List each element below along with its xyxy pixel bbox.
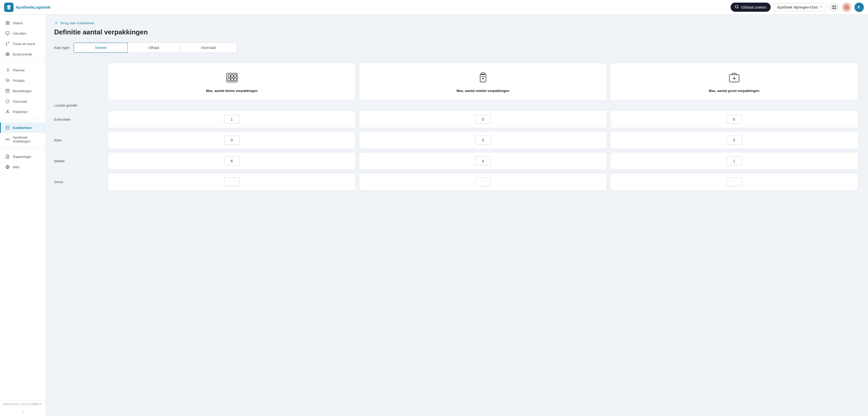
svg-rect-40: [234, 75, 236, 77]
sidebar-item-planner[interactable]: Planner: [0, 65, 45, 75]
sidebar-item-rapportage[interactable]: Rapportage: [0, 151, 45, 162]
kast-type-label: Kast type: [54, 46, 69, 50]
sidebar: Status Uitvullen Track en trace: [0, 14, 46, 416]
sidebar-item-bestellingen[interactable]: Bestellingen: [0, 86, 45, 96]
apps-button[interactable]: [830, 3, 839, 12]
sidebar-item-status[interactable]: Status: [0, 18, 45, 28]
packages-grid: Max. aantal kleine verpakkingen: [54, 61, 860, 192]
package-header-middel: Max. aantal middel verpakkingen: [359, 63, 607, 100]
list-icon: [5, 67, 10, 73]
sidebar-item-label: Rapportage: [13, 155, 31, 159]
input-groot-groot[interactable]: [726, 177, 742, 186]
tab-afhaal[interactable]: Afhaal: [128, 43, 180, 53]
svg-rect-10: [8, 23, 9, 25]
input-extra-klein-klein[interactable]: [224, 115, 240, 124]
groot-package-icon: [727, 70, 742, 86]
input-middel-groot[interactable]: [726, 156, 742, 166]
sidebar-item-label: Kastbeheer: [13, 126, 32, 130]
spacer-lg-3: [609, 102, 860, 109]
page-title: Definitie aantal verpakkingen: [54, 28, 860, 36]
middel-package-icon: [476, 70, 490, 86]
target-icon: [5, 52, 10, 57]
input-cell-klein-middel: [359, 131, 607, 149]
input-cell-klein-groot: [610, 131, 858, 149]
input-cell-middel-groot: [610, 152, 858, 170]
input-cell-groot-groot: [610, 173, 858, 191]
sidebar-item-picklijst[interactable]: Picklijst: [0, 75, 45, 86]
input-klein-middel[interactable]: [475, 136, 491, 145]
sidebar-item-label: Status: [13, 21, 23, 25]
sidebar-item-apotheek-instellingen[interactable]: Apotheek Instellingen: [0, 133, 45, 146]
global-search-button[interactable]: Globaal zoeken: [731, 3, 770, 12]
avatar-button[interactable]: F.: [855, 3, 864, 12]
monitor-icon: [5, 31, 10, 36]
svg-rect-43: [234, 78, 236, 81]
package-header-groot: Max. aantal groot verpakkingen: [610, 63, 858, 100]
sidebar-section-2: Planner Picklijst Bestellingen: [0, 64, 45, 118]
sidebar-section-4: Rapportage Wiki: [0, 150, 45, 173]
sidebar-item-label: Apotheek Instellingen: [13, 136, 41, 143]
sidebar-item-kastbeheer[interactable]: Kastbeheer: [0, 122, 45, 133]
input-cell-extra-klein-klein: [108, 111, 356, 128]
row-label-groot: Groot: [54, 171, 106, 192]
breadcrumb-label: Terug naar Kastbeheer: [60, 21, 94, 25]
sidebar-item-label: Eindcontrole: [13, 52, 32, 56]
topbar-left: ApotheekLogistiek: [4, 3, 51, 12]
kast-type-row: Kast type Sorteer Afhaal Voorraad: [54, 42, 860, 53]
sidebar-item-label: Voorraad: [13, 99, 27, 103]
svg-rect-8: [8, 21, 9, 23]
input-cell-middel-klein: [108, 152, 356, 170]
sidebar-item-wiki[interactable]: Wiki: [0, 162, 45, 172]
sidebar-collapse-button[interactable]: [0, 408, 45, 416]
sidebar-divider-3: [0, 148, 45, 149]
row-label-middel: Middel: [54, 151, 106, 171]
settings-icon: [5, 137, 10, 142]
route-icon: [5, 41, 10, 47]
brand-name: ApotheekLogistiek: [16, 5, 51, 9]
svg-rect-2: [832, 5, 834, 7]
input-middel-klein[interactable]: [224, 156, 240, 166]
input-extra-klein-groot[interactable]: [726, 115, 742, 124]
sidebar-item-eindcontrole[interactable]: Eindcontrole: [0, 49, 45, 59]
logo-icon: [4, 3, 13, 12]
sidebar-item-voorraad[interactable]: Voorraad: [0, 96, 45, 107]
svg-rect-39: [231, 75, 233, 77]
input-klein-groot[interactable]: [726, 136, 742, 145]
input-middel-middel[interactable]: [475, 156, 491, 166]
app-wrapper: ApotheekLogistiek Globaal zoeken Apothee…: [0, 0, 868, 416]
search-icon: [735, 5, 739, 10]
tab-sorteer[interactable]: Sorteer: [73, 42, 128, 53]
sidebar-item-label: Patiënten: [13, 110, 28, 114]
sidebar-item-label: Wiki: [13, 165, 20, 169]
svg-point-18: [7, 54, 8, 55]
grid-icon: [5, 20, 10, 26]
sidebar-item-uitvullen[interactable]: Uitvullen: [0, 28, 45, 38]
input-groot-middel[interactable]: [475, 177, 491, 186]
chevron-down-icon: [819, 5, 823, 9]
sidebar-item-patienten[interactable]: Patiënten: [0, 107, 45, 117]
svg-rect-5: [835, 7, 836, 9]
input-groot-klein[interactable]: [224, 177, 240, 186]
svg-rect-38: [228, 75, 230, 77]
svg-rect-11: [6, 32, 9, 34]
input-klein-klein[interactable]: [224, 136, 240, 145]
bag-icon: [5, 88, 10, 93]
svg-point-0: [735, 5, 738, 8]
build-version: build version: 3.0.2.1129394.5: [0, 400, 45, 408]
tab-voorraad[interactable]: Voorraad: [180, 43, 237, 53]
sidebar-item-track-en-trace[interactable]: Track en trace: [0, 38, 45, 49]
input-cell-groot-klein: [108, 173, 356, 191]
print-button[interactable]: [842, 3, 851, 12]
breadcrumb[interactable]: Terug naar Kastbeheer: [54, 21, 860, 25]
main-layout: Status Uitvullen Track en trace: [0, 14, 868, 416]
sidebar-divider-1: [0, 62, 45, 62]
kast-tabs: Sorteer Afhaal Voorraad: [73, 42, 237, 53]
pharmacy-selector[interactable]: Apotheek Nijmegen-Oost: [774, 3, 826, 11]
svg-point-14: [6, 44, 7, 45]
groot-package-label: Max. aantal groot verpakkingen: [709, 89, 759, 93]
input-extra-klein-middel[interactable]: [475, 115, 491, 124]
klein-package-icon: [225, 70, 239, 86]
svg-point-15: [8, 42, 9, 43]
svg-point-27: [7, 110, 8, 112]
input-cell-extra-klein-middel: [359, 111, 607, 128]
